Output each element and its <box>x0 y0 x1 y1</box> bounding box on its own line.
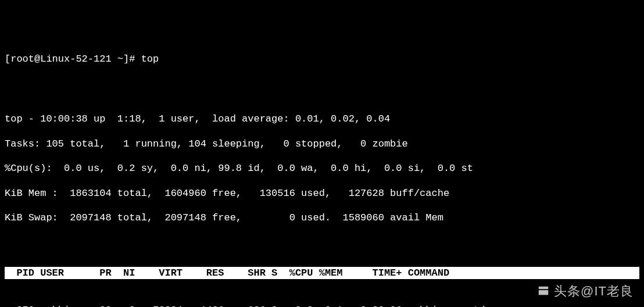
watermark-icon <box>536 284 550 298</box>
process-table-header: PID USER PR NI VIRT RES SHR S %CPU %MEM … <box>5 267 639 279</box>
summary-line-top: top - 10:00:38 up 1:18, 1 user, load ave… <box>5 113 639 125</box>
process-row: 872 zabbix 20 0 78884 1436 636 S 0.3 0.1… <box>5 304 639 307</box>
process-table-body: 872 zabbix 20 0 78884 1436 636 S 0.3 0.1… <box>5 304 639 307</box>
watermark: 头条@IT老良 <box>536 283 634 299</box>
shell-prompt-line: [root@Linux-52-121 ~]# top <box>5 53 639 65</box>
summary-line-mem: KiB Mem : 1863104 total, 1604960 free, 1… <box>5 187 639 199</box>
summary-line-swap: KiB Swap: 2097148 total, 2097148 free, 0… <box>5 212 639 224</box>
svg-rect-0 <box>539 287 549 290</box>
watermark-text: 头条@IT老良 <box>554 283 634 299</box>
svg-rect-1 <box>539 290 549 295</box>
summary-line-tasks: Tasks: 105 total, 1 running, 104 sleepin… <box>5 138 639 150</box>
summary-line-cpu: %Cpu(s): 0.0 us, 0.2 sy, 0.0 ni, 99.8 id… <box>5 162 639 174</box>
top-summary-block: top - 10:00:38 up 1:18, 1 user, load ave… <box>5 101 639 237</box>
